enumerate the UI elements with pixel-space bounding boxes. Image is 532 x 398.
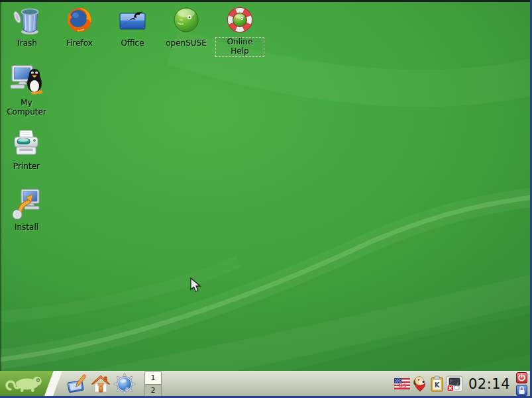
icon-label: Office [119, 38, 146, 49]
logout-button[interactable] [516, 372, 527, 383]
start-menu-button[interactable] [0, 371, 62, 396]
printer-icon [11, 128, 42, 159]
screen-edge-left [0, 0, 1, 398]
desktop-search-tray[interactable] [412, 375, 428, 392]
desktop-icon-office[interactable]: Office [105, 4, 160, 49]
klipper-letter: K [435, 381, 441, 389]
workspace-2[interactable]: 2 [144, 385, 162, 397]
keyboard-layout-label: US [399, 383, 407, 389]
desktop-screen: Trash Firefox Office [0, 0, 532, 398]
install-icon [11, 187, 42, 220]
my-computer-icon [10, 62, 43, 97]
icon-label: Install [13, 223, 40, 233]
icon-label: openSUSE [164, 38, 209, 49]
screen-edge-top [0, 0, 532, 2]
desktop-icon-install[interactable]: Install [0, 187, 54, 233]
quick-launch-home-folder[interactable] [89, 372, 113, 396]
desktop-icon-trash[interactable]: Trash [0, 4, 54, 49]
keyboard-layout-indicator[interactable]: US [394, 378, 410, 389]
klipper-clipboard-icon: K [430, 375, 444, 392]
online-help-icon [225, 4, 255, 36]
show-desktop-icon [66, 373, 87, 395]
desktop-icon-firefox[interactable]: Firefox [52, 4, 107, 49]
opensuse-icon [171, 4, 201, 36]
keyboard-layout-flag-icon: US [394, 378, 410, 389]
panel-clock[interactable]: 02:14 [468, 376, 510, 392]
workspace-pager: 1 2 [144, 372, 162, 397]
konqueror-web-icon [113, 373, 136, 395]
lock-screen-button[interactable] [516, 385, 527, 396]
icon-label: Firefox [64, 38, 95, 49]
icon-label: Trash [14, 38, 39, 49]
desktop-icon-online-help[interactable]: Online Help [212, 4, 268, 57]
klipper-tray[interactable]: K [430, 375, 444, 392]
icon-label: Online Help [215, 37, 264, 57]
desktop-search-dog-icon [412, 375, 428, 392]
home-folder-icon [90, 373, 111, 395]
workspace-1[interactable]: 1 [144, 372, 162, 385]
device-monitor-tray[interactable] [446, 375, 463, 393]
device-monitor-icon [446, 375, 463, 393]
trash-icon [11, 4, 42, 36]
quick-launch-show-desktop[interactable] [65, 372, 89, 396]
icon-label: Printer [11, 162, 42, 172]
icon-label: My Computer [2, 98, 51, 118]
wallpaper-curves [0, 0, 532, 398]
wallpaper [0, 0, 532, 398]
desktop-icon-my-computer[interactable]: My Computer [0, 62, 54, 118]
firefox-icon [64, 4, 95, 36]
desktop-icon-printer[interactable]: Printer [0, 128, 54, 172]
panel-side-buttons [516, 372, 527, 396]
quick-launch-web-browser[interactable] [113, 372, 136, 396]
system-tray: US K [394, 375, 463, 393]
kicker-panel: 1 2 US [0, 371, 530, 396]
desktop-icon-opensuse[interactable]: openSUSE [158, 4, 214, 49]
office-icon [117, 4, 148, 36]
